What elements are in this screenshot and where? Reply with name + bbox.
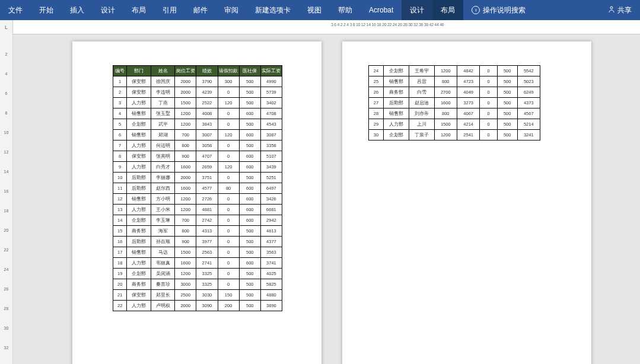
tab-table-design[interactable]: 设计: [402, 0, 432, 20]
tab-review[interactable]: 审阅: [216, 0, 247, 20]
tab-insert[interactable]: 插入: [62, 0, 93, 20]
ribbon: 文件 开始 插入 设计 布局 引用 邮件 审阅 新建选项卡 视图 帮助 Acro…: [0, 0, 640, 20]
tab-design[interactable]: 设计: [93, 0, 123, 20]
tell-me[interactable]: ♀ 操作说明搜索: [463, 0, 534, 20]
tab-table-layout[interactable]: 布局: [432, 0, 463, 20]
svg-point-0: [610, 7, 613, 9]
share-button[interactable]: 共享: [600, 0, 640, 20]
ruler-marks: 3 6 4 2 2 4 3 8 10 12 14 16 18 20 22 24 …: [331, 23, 444, 27]
tab-help[interactable]: 帮助: [330, 0, 361, 20]
ruler-corner: L: [0, 20, 13, 34]
tab-layout[interactable]: 布局: [123, 0, 154, 20]
tab-mail[interactable]: 邮件: [185, 0, 216, 20]
tab-acrobat[interactable]: Acrobat: [361, 0, 402, 20]
horizontal-ruler[interactable]: L 3 6 4 2 2 4 3 8 10 12 14 16 18 20 22 2…: [0, 20, 640, 34]
tab-view[interactable]: 视图: [299, 0, 330, 20]
tab-home[interactable]: 开始: [31, 0, 62, 20]
tab-file[interactable]: 文件: [0, 0, 31, 20]
share-label: 共享: [617, 5, 632, 15]
tab-newtab[interactable]: 新建选项卡: [247, 0, 299, 20]
share-icon: [608, 6, 615, 15]
tell-me-label: 操作说明搜索: [483, 5, 526, 15]
lightbulb-icon: ♀: [472, 6, 480, 14]
tab-references[interactable]: 引用: [154, 0, 185, 20]
